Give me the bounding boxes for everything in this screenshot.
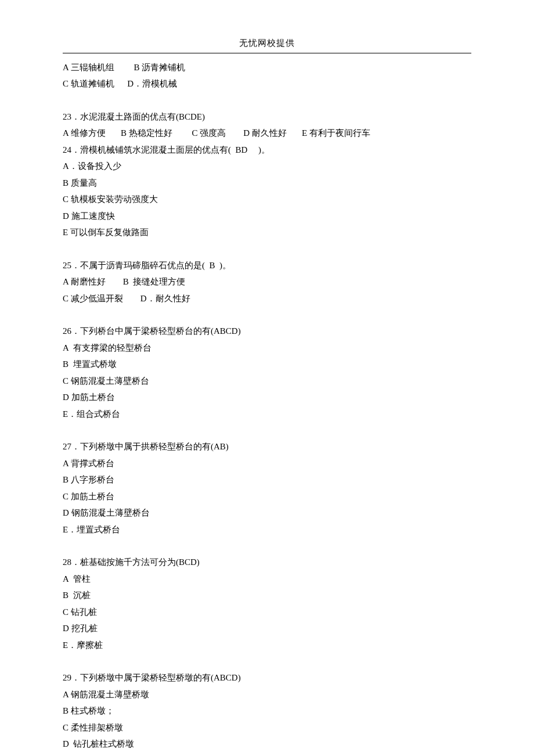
q27-opt-d: D 钢筋混凝土薄壁桥台 xyxy=(63,505,471,521)
q28-opt-d: D 挖孔桩 xyxy=(63,620,471,637)
q27-stem: 27．下列桥墩中属于拱桥轻型桥台的有(AB) xyxy=(63,438,471,455)
q28-opt-b: B 沉桩 xyxy=(63,587,471,604)
q27-opt-b: B 八字形桥台 xyxy=(63,471,471,488)
q24: 24．滑模机械铺筑水泥混凝土面层的优点有( BD )。 A．设备投入少 B 质量… xyxy=(63,142,471,241)
q22-opts-line-1: A 三辊轴机组 B 沥青摊铺机 xyxy=(63,59,471,76)
q23-opts: A 维修方便 B 热稳定性好 C 强度高 D 耐久性好 E 有利于夜间行车 xyxy=(63,125,471,142)
q27: 27．下列桥墩中属于拱桥轻型桥台的有(AB) A 背撑式桥台 B 八字形桥台 C… xyxy=(63,438,471,538)
q24-opt-a: A．设备投入少 xyxy=(63,158,471,175)
q24-stem: 24．滑模机械铺筑水泥混凝土面层的优点有( BD )。 xyxy=(63,142,471,159)
q26-opt-c: C 钢筋混凝土薄壁桥台 xyxy=(63,373,471,390)
page: 无忧网校提供 A 三辊轴机组 B 沥青摊铺机 C 轨道摊铺机 D．滑模机械 23… xyxy=(0,0,534,756)
q22-opts-line-2: C 轨道摊铺机 D．滑模机械 xyxy=(63,75,471,92)
q26-opt-a: A 有支撑梁的轻型桥台 xyxy=(63,340,471,357)
q28-stem: 28．桩基础按施千方法可分为(BCD) xyxy=(63,554,471,571)
q29: 29．下列桥墩中属于梁桥轻型桥墩的有(ABCD) A 钢筋混凝土薄壁桥墩 B 柱… xyxy=(63,669,471,756)
q28-opt-e: E．摩擦桩 xyxy=(63,637,471,654)
q26: 26．下列桥台中属于梁桥轻型桥台的有(ABCD) A 有支撑梁的轻型桥台 B 埋… xyxy=(63,323,471,422)
header-rule xyxy=(63,53,471,53)
q29-stem: 29．下列桥墩中属于梁桥轻型桥墩的有(ABCD) xyxy=(63,669,471,686)
q28: 28．桩基础按施千方法可分为(BCD) A 管柱 B 沉桩 C 钻孔桩 D 挖孔… xyxy=(63,554,471,653)
q29-opt-c: C 柔性排架桥墩 xyxy=(63,719,471,736)
q25-stem: 25．不属于沥青玛碲脂碎石优点的是( B )。 xyxy=(63,257,471,274)
q28-opt-c: C 钻孔桩 xyxy=(63,604,471,621)
q25-opts-line-1: A 耐磨性好 B 接缝处理方便 xyxy=(63,273,471,290)
q26-stem: 26．下列桥台中属于梁桥轻型桥台的有(ABCD) xyxy=(63,323,471,340)
q27-opt-a: A 背撑式桥台 xyxy=(63,455,471,472)
q24-opt-c: C 轨模板安装劳动强度大 xyxy=(63,191,471,208)
q25-opts-line-2: C 减少低温开裂 D．耐久性好 xyxy=(63,290,471,307)
q25: 25．不属于沥青玛碲脂碎石优点的是( B )。 A 耐磨性好 B 接缝处理方便 … xyxy=(63,257,471,307)
q24-opt-d: D 施工速度快 xyxy=(63,208,471,225)
q28-opt-a: A 管柱 xyxy=(63,571,471,588)
q26-opt-b: B 埋置式桥墩 xyxy=(63,356,471,373)
q27-opt-e: E．埋置式桥台 xyxy=(63,521,471,538)
q24-opt-e: E 可以倒车反复做路面 xyxy=(63,224,471,241)
q23-stem: 23．水泥混凝土路面的优点有(BCDE) xyxy=(63,109,471,125)
q27-opt-c: C 加筋土桥台 xyxy=(63,488,471,505)
q26-opt-e: E．组合式桥台 xyxy=(63,406,471,423)
q23: 23．水泥混凝土路面的优点有(BCDE) A 维修方便 B 热稳定性好 C 强度… xyxy=(63,109,471,142)
q29-opt-b: B 柱式桥墩； xyxy=(63,703,471,719)
q29-opt-e: E．悬臂式单向推力墩 xyxy=(63,753,471,757)
q29-opt-a: A 钢筋混凝土薄壁桥墩 xyxy=(63,686,471,703)
header-provider: 无忧网校提供 xyxy=(63,35,471,52)
q24-opt-b: B 质量高 xyxy=(63,175,471,192)
q29-opt-d: D 钻孔桩柱式桥墩 xyxy=(63,736,471,753)
q22-tail: A 三辊轴机组 B 沥青摊铺机 C 轨道摊铺机 D．滑模机械 xyxy=(63,59,471,92)
q26-opt-d: D 加筋土桥台 xyxy=(63,389,471,406)
